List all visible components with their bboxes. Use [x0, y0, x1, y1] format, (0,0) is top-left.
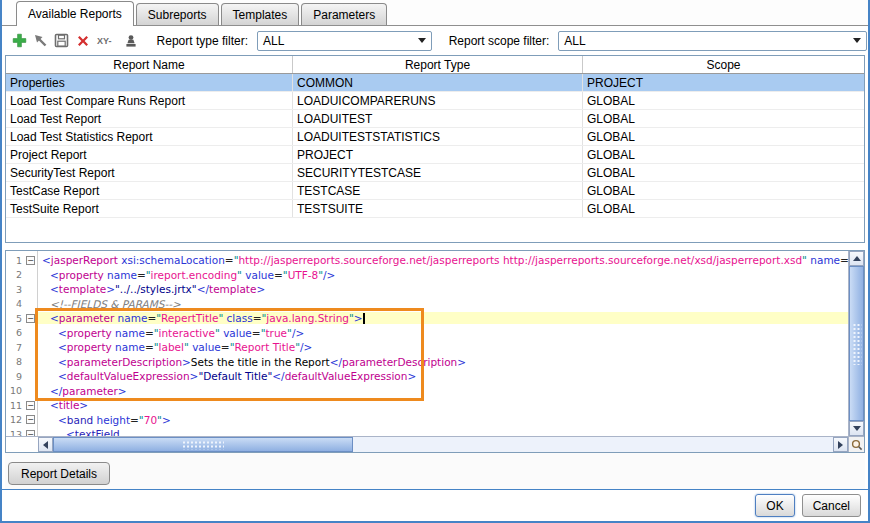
code-text: <defaultValueExpression>"Default Title"<…: [38, 370, 848, 382]
code-line[interactable]: 4<!--FIELDS & PARAMS-->: [6, 297, 848, 312]
code-viewport[interactable]: 1−<jasperReport xsi:schemaLocation="http…: [6, 251, 848, 436]
code-line[interactable]: 12−<band height="70">: [6, 413, 848, 428]
add-report-button[interactable]: [11, 32, 27, 49]
code-token: =: [147, 312, 156, 324]
line-number: 6: [6, 327, 23, 338]
code-line[interactable]: 5−<parameter name="RepertTitle" class="j…: [6, 311, 848, 326]
code-token: =: [225, 254, 234, 266]
ok-button[interactable]: OK: [755, 494, 794, 517]
code-token: name: [810, 254, 840, 266]
code-token: =: [221, 341, 230, 353]
table-row[interactable]: Load Test Compare Runs ReportLOADUICOMPA…: [6, 92, 864, 110]
code-token: <: [58, 356, 67, 368]
save-report-button[interactable]: [54, 32, 70, 49]
code-token: "Default Title": [198, 370, 272, 382]
scroll-left-button[interactable]: [38, 437, 53, 452]
scroll-up-button[interactable]: [849, 251, 864, 266]
code-line[interactable]: 2<property name="ireport.encoding" value…: [6, 268, 848, 283]
column-header[interactable]: Scope: [583, 56, 864, 73]
code-token: =: [130, 414, 139, 426]
code-token: >: [162, 414, 171, 426]
table-cell: COMMON: [293, 74, 583, 91]
table-cell: TESTCASE: [293, 182, 583, 199]
fold-toggle-icon[interactable]: −: [26, 256, 35, 265]
report-type-filter-label: Report type filter:: [157, 34, 248, 48]
tab-parameters[interactable]: Parameters: [301, 3, 387, 25]
code-token: =: [840, 254, 848, 266]
table-cell: TestSuite Report: [6, 200, 293, 217]
table-row[interactable]: PropertiesCOMMONPROJECT: [6, 74, 864, 92]
fold-toggle-icon[interactable]: −: [26, 430, 35, 436]
horizontal-scrollbar-thumb[interactable]: [53, 437, 353, 452]
cancel-button[interactable]: Cancel: [802, 494, 861, 517]
code-token: title: [59, 399, 80, 411]
line-number: 9: [6, 371, 23, 382]
editor-vertical-scrollbar[interactable]: [848, 251, 864, 436]
code-line[interactable]: 8<parameterDescription>Sets the title in…: [6, 355, 848, 370]
code-token: true: [265, 327, 287, 339]
clone-report-button[interactable]: [32, 32, 48, 49]
editor-horizontal-scrollbar[interactable]: [6, 436, 848, 452]
fold-column: −: [23, 314, 38, 323]
code-token: parameter: [59, 312, 114, 324]
code-token: http://jasperreports.sourceforge.net/jas…: [238, 254, 802, 266]
code-token: "../../styles.jrtx": [115, 283, 197, 295]
column-header[interactable]: Report Type: [293, 56, 583, 73]
code-text: <template>"../../styles.jrtx"</template>: [38, 283, 848, 295]
table-row[interactable]: Load Test Statistics ReportLOADUITESTSTA…: [6, 128, 864, 146]
code-token: class: [227, 312, 253, 324]
code-line[interactable]: 6<property name="interactive" value="tru…: [6, 326, 848, 341]
tab-available-reports[interactable]: Available Reports: [16, 1, 134, 26]
code-token: />: [300, 341, 312, 353]
table-row[interactable]: SecurityTest ReportSECURITYTESTCASEGLOBA…: [6, 164, 864, 182]
code-line[interactable]: 10</parameter>: [6, 384, 848, 399]
xml-editor[interactable]: 1−<jasperReport xsi:schemaLocation="http…: [5, 250, 865, 453]
code-token: >: [182, 356, 191, 368]
fold-toggle-icon[interactable]: −: [26, 415, 35, 424]
line-number: 13: [6, 429, 23, 436]
code-line[interactable]: 7<property name="label" value="Report Ti…: [6, 340, 848, 355]
code-token: />: [292, 327, 304, 339]
code-token: name: [115, 327, 145, 339]
code-token: 70: [144, 414, 157, 426]
magnifier-button[interactable]: [848, 436, 864, 452]
scrollbar-track[interactable]: [353, 437, 833, 452]
code-text: <property name="ireport.encoding" value=…: [38, 269, 848, 281]
line-number: 10: [6, 385, 23, 396]
code-lines: 1−<jasperReport xsi:schemaLocation="http…: [6, 251, 848, 436]
code-token: </: [330, 356, 342, 368]
code-line[interactable]: 1−<jasperReport xsi:schemaLocation="http…: [6, 253, 848, 268]
xy-parameters-button[interactable]: XY-: [96, 32, 112, 49]
xy-parameters-icon: XY-: [97, 36, 112, 46]
vertical-scrollbar-thumb[interactable]: [849, 266, 864, 421]
code-line[interactable]: 11−<title>: [6, 398, 848, 413]
code-line[interactable]: 13−<textField: [6, 427, 848, 436]
column-header[interactable]: Report Name: [6, 56, 293, 73]
scrollbar-spacer: [6, 437, 38, 452]
scroll-right-button[interactable]: [833, 437, 848, 452]
tab-subreports[interactable]: Subreports: [136, 3, 219, 25]
code-line[interactable]: 3<template>"../../styles.jrtx"</template…: [6, 282, 848, 297]
table-row[interactable]: Project ReportPROJECTGLOBAL: [6, 146, 864, 164]
code-token: >: [106, 283, 115, 295]
table-row[interactable]: TestCase ReportTESTCASEGLOBAL: [6, 182, 864, 200]
code-token: </: [197, 283, 209, 295]
report-type-filter-combo[interactable]: ALL: [257, 31, 432, 51]
tab-strip: Available ReportsSubreportsTemplatesPara…: [2, 0, 868, 26]
code-token: </: [272, 370, 284, 382]
report-scope-filter-combo[interactable]: ALL: [558, 31, 867, 51]
fold-column: −: [23, 415, 38, 424]
delete-report-button[interactable]: [75, 32, 91, 49]
table-cell: GLOBAL: [583, 200, 864, 217]
table-row[interactable]: TestSuite ReportTESTSUITEGLOBAL: [6, 200, 864, 218]
report-details-tab[interactable]: Report Details: [8, 462, 110, 485]
tab-templates[interactable]: Templates: [221, 3, 300, 25]
code-text: <title>: [38, 399, 848, 411]
fold-toggle-icon[interactable]: −: [26, 401, 35, 410]
code-line[interactable]: 9<defaultValueExpression>"Default Title"…: [6, 369, 848, 384]
fold-toggle-icon[interactable]: −: [26, 314, 35, 323]
scroll-down-button[interactable]: [849, 421, 864, 436]
stamp-button[interactable]: [123, 32, 139, 49]
table-row[interactable]: Load Test ReportLOADUITESTGLOBAL: [6, 110, 864, 128]
code-text: <property name="label" value="Report Tit…: [38, 341, 848, 353]
